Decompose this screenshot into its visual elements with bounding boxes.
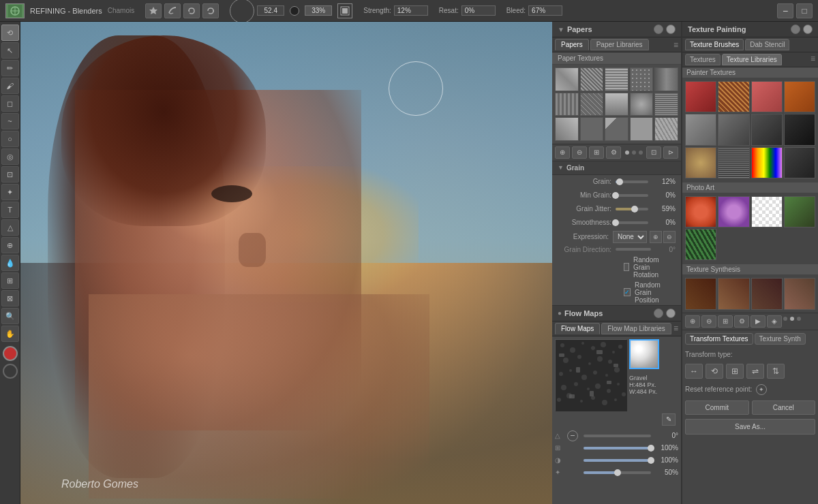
photo-thumb-checkered[interactable]: [751, 196, 783, 227]
tool-pen[interactable]: ✏: [1, 60, 19, 76]
canvas-area[interactable]: Roberto Gomes: [20, 22, 552, 504]
smoothness-thumb[interactable]: [612, 219, 619, 226]
papers-view-btn[interactable]: ⊡: [646, 146, 661, 159]
painter-thumb-wood[interactable]: [718, 81, 749, 112]
transform-move-btn[interactable]: ↔: [685, 364, 703, 379]
grain-jitter-thumb[interactable]: [631, 206, 638, 212]
painter-thumb-orange[interactable]: [784, 81, 815, 112]
papers-btn-2[interactable]: [666, 25, 676, 34]
maximize-btn[interactable]: □: [796, 3, 813, 18]
synth-tool-1[interactable]: ⊕: [685, 315, 700, 328]
expr-btn-2[interactable]: ⊖: [663, 231, 676, 243]
painter-thumb-gray2[interactable]: [718, 114, 749, 145]
paper-thumb-9[interactable]: [630, 93, 654, 116]
brush-size-value[interactable]: 52.4: [257, 5, 284, 16]
tab-dab-stencil[interactable]: Dab Stencil: [745, 39, 789, 50]
fm-large-texture[interactable]: [555, 339, 626, 411]
tool-dodge[interactable]: ○: [1, 131, 19, 147]
resat-value[interactable]: 0%: [461, 5, 496, 16]
painter-thumb-red[interactable]: [685, 81, 716, 112]
expr-btn-1[interactable]: ⊕: [650, 231, 662, 243]
transform-flip-v-btn[interactable]: ⇅: [767, 364, 785, 379]
paper-thumb-2[interactable]: [580, 67, 604, 91]
painter-thumb-dark1[interactable]: [751, 114, 783, 145]
paper-thumb-11[interactable]: [555, 117, 579, 141]
photo-thumb-leaves[interactable]: [685, 229, 716, 260]
tp-btn-1[interactable]: [791, 25, 800, 34]
papers-collapse-arrow[interactable]: ▼: [558, 26, 564, 33]
papers-duplicate-btn[interactable]: ⊞: [589, 146, 604, 159]
paper-thumb-1[interactable]: [555, 67, 579, 91]
synth-thumb-4[interactable]: [784, 278, 815, 309]
random-rotation-checkbox[interactable]: [624, 263, 629, 271]
tool-cursor[interactable]: ↖: [1, 42, 19, 59]
fm-brightness-slider[interactable]: [584, 459, 651, 462]
tool-btn-3[interactable]: [183, 3, 200, 18]
painter-thumb-gray1[interactable]: [685, 114, 716, 145]
tool-dropper[interactable]: 💧: [1, 255, 19, 271]
tool-hand[interactable]: ✋: [1, 326, 19, 342]
bleed-value[interactable]: 67%: [528, 5, 562, 16]
tab-textures[interactable]: Textures: [685, 54, 721, 65]
tool-magic[interactable]: ✦: [1, 184, 19, 200]
painter-thumb-rainbow[interactable]: [751, 147, 783, 178]
fm-tab-menu[interactable]: ≡: [673, 324, 678, 333]
tool-zoom[interactable]: 🔍: [1, 308, 19, 324]
synth-tool-6[interactable]: ◈: [767, 315, 782, 328]
painter-thumb-red2[interactable]: [751, 81, 783, 112]
tab-texture-libraries[interactable]: Texture Libraries: [722, 54, 782, 65]
papers-settings-btn[interactable]: ⚙: [606, 146, 621, 159]
painter-thumb-gold[interactable]: [685, 147, 716, 178]
grain-jitter-track[interactable]: [616, 208, 648, 210]
painter-thumb-lines[interactable]: [718, 147, 749, 178]
paper-thumb-10[interactable]: [654, 93, 678, 116]
photo-thumb-green[interactable]: [784, 196, 815, 227]
random-position-checkbox[interactable]: ✓: [624, 288, 631, 296]
tab-texture-brushes[interactable]: Texture Brushes: [685, 39, 744, 50]
tp-menu-icon[interactable]: ≡: [811, 54, 815, 65]
synth-thumb-2[interactable]: [718, 278, 749, 309]
strength-value[interactable]: 12%: [394, 5, 428, 16]
papers-btn-1[interactable]: [654, 25, 663, 34]
synth-tool-5[interactable]: ▶: [751, 315, 766, 328]
tp-btn-2[interactable]: [803, 25, 813, 34]
tool-crop[interactable]: ⊞: [1, 272, 19, 289]
fm-small-texture[interactable]: [629, 339, 659, 369]
synth-tool-3[interactable]: ⊞: [718, 315, 733, 328]
paper-thumb-4[interactable]: [630, 67, 654, 91]
synth-thumb-1[interactable]: [685, 278, 716, 309]
tool-brush[interactable]: 🖌: [1, 78, 19, 94]
fm-angle-slider[interactable]: [584, 435, 651, 437]
fm-contrast-slider[interactable]: [584, 471, 651, 474]
tool-select[interactable]: ⊡: [1, 166, 19, 183]
papers-arrow-btn[interactable]: ⊳: [663, 146, 678, 159]
tool-fill[interactable]: ⊕: [1, 237, 19, 253]
minimize-btn[interactable]: −: [777, 3, 793, 18]
reset-ref-icon[interactable]: ✦: [756, 384, 767, 395]
tool-btn-1[interactable]: [145, 3, 162, 18]
color-swatch-fg[interactable]: [3, 346, 18, 361]
commit-button[interactable]: Commit: [685, 400, 749, 415]
transform-scale-btn[interactable]: ⊞: [726, 364, 744, 379]
paper-thumb-12[interactable]: [580, 117, 604, 141]
tab-flow-maps[interactable]: Flow Maps: [555, 323, 600, 334]
grain-header[interactable]: ▼ Grain: [552, 161, 681, 175]
fm-scale-slider[interactable]: [584, 447, 651, 450]
color-swatch-bg[interactable]: [3, 364, 18, 379]
save-as-button[interactable]: Save As...: [685, 419, 815, 435]
photo-thumb-flower[interactable]: [685, 196, 716, 227]
smoothness-track[interactable]: [616, 221, 648, 224]
papers-tab-menu[interactable]: ≡: [673, 40, 678, 50]
tool-shape[interactable]: △: [1, 219, 19, 236]
tool-btn-4[interactable]: [202, 3, 219, 18]
tab-flow-map-libraries[interactable]: Flow Map Libraries: [601, 323, 671, 334]
tool-erase[interactable]: ◻: [1, 95, 19, 112]
min-grain-thumb[interactable]: [612, 192, 619, 199]
papers-import-btn[interactable]: ⊕: [555, 146, 570, 159]
tool-rotate[interactable]: ⟲: [1, 25, 19, 41]
opacity-value[interactable]: 33%: [305, 5, 332, 16]
paper-thumb-7[interactable]: [580, 93, 604, 116]
paper-thumb-5[interactable]: [654, 67, 678, 91]
grain-slider-track[interactable]: [616, 180, 648, 183]
painter-thumb-dark2[interactable]: [784, 114, 815, 145]
